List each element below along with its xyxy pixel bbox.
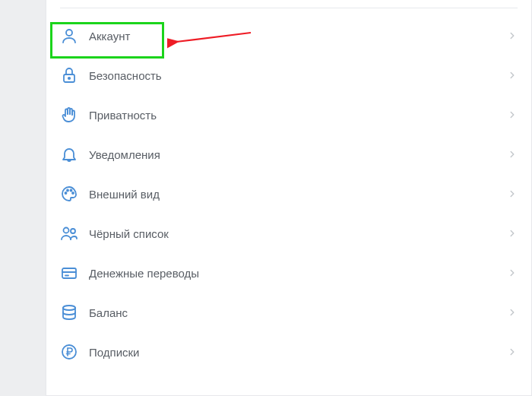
menu-item-label: Баланс [89, 306, 507, 319]
bell-icon [60, 145, 78, 163]
svg-point-6 [72, 192, 74, 194]
menu-item-notifications[interactable]: Уведомления [46, 135, 531, 174]
hand-icon [60, 106, 78, 124]
menu-item-money[interactable]: Денежные переводы [46, 253, 531, 293]
chevron-right-icon [507, 307, 518, 318]
card-icon [60, 264, 78, 282]
menu-item-appearance[interactable]: Внешний вид [46, 174, 531, 214]
menu-item-label: Приватность [89, 109, 507, 122]
menu-item-label: Уведомления [89, 148, 507, 161]
divider [60, 8, 518, 8]
chevron-right-icon [507, 347, 518, 357]
svg-point-7 [64, 228, 69, 233]
chevron-right-icon [507, 228, 518, 239]
svg-point-8 [71, 229, 75, 233]
ruble-icon [60, 343, 78, 361]
svg-point-4 [67, 190, 68, 192]
chevron-right-icon [507, 149, 518, 160]
chevron-right-icon [507, 30, 518, 41]
menu-item-label: Подписки [89, 346, 507, 359]
svg-point-0 [66, 30, 72, 36]
lock-icon [60, 66, 78, 84]
palette-icon [60, 185, 78, 203]
menu-item-balance[interactable]: Баланс [46, 293, 531, 332]
menu-item-security[interactable]: Безопасность [46, 55, 531, 95]
coins-icon [60, 303, 78, 322]
svg-rect-9 [62, 268, 76, 278]
menu-item-account[interactable]: Аккаунт [46, 16, 531, 55]
menu-item-label: Безопасность [89, 69, 507, 82]
menu-item-label: Аккаунт [89, 30, 507, 43]
user-icon [60, 27, 78, 45]
svg-point-3 [65, 192, 67, 194]
chevron-right-icon [507, 268, 518, 278]
menu-item-label: Чёрный список [89, 227, 507, 240]
settings-panel: Аккаунт Безопасность Приватность Уведомл… [46, 0, 532, 396]
menu-item-privacy[interactable]: Приватность [46, 95, 531, 135]
menu-item-blacklist[interactable]: Чёрный список [46, 214, 531, 253]
menu-item-label: Денежные переводы [89, 267, 507, 280]
chevron-right-icon [507, 109, 518, 120]
svg-point-5 [71, 190, 72, 192]
menu-item-label: Внешний вид [89, 188, 507, 201]
svg-point-12 [63, 306, 75, 310]
chevron-right-icon [507, 188, 518, 199]
svg-point-2 [68, 78, 70, 79]
users-icon [60, 224, 78, 242]
menu-item-subscriptions[interactable]: Подписки [46, 332, 531, 372]
chevron-right-icon [507, 70, 518, 81]
